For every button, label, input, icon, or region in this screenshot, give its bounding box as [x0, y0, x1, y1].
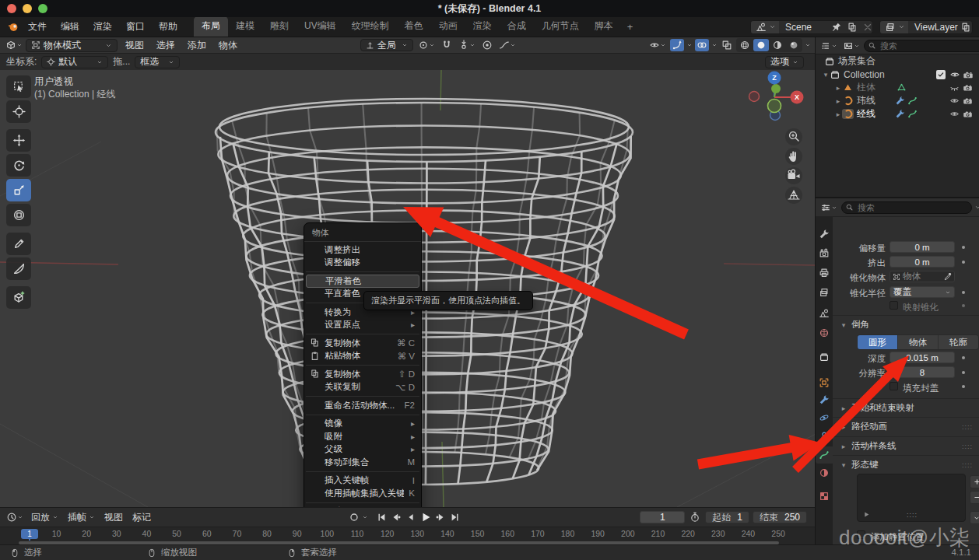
- show-gizmo-toggle[interactable]: [670, 39, 684, 51]
- show-overlays-toggle[interactable]: [695, 39, 709, 51]
- workspace-tab-2[interactable]: 雕刻: [262, 16, 297, 37]
- viewport-menu-1[interactable]: 选择: [150, 37, 181, 54]
- properties-editor-type-button[interactable]: [819, 201, 839, 214]
- scene-selector[interactable]: Scene: [750, 20, 873, 34]
- menu-item[interactable]: 镜像▸: [304, 418, 421, 431]
- remove-shape-key-button[interactable]: [970, 491, 979, 504]
- jump-to-start-button[interactable]: [374, 511, 388, 523]
- current-frame-field[interactable]: 1: [640, 511, 685, 523]
- tool-measure-button[interactable]: [6, 257, 31, 280]
- properties-tab-texture[interactable]: [816, 488, 833, 505]
- workspace-tab-8[interactable]: 合成: [500, 16, 534, 37]
- map-taper-checkbox[interactable]: [890, 301, 898, 310]
- camera-icon[interactable]: [963, 96, 973, 106]
- editor-type-button[interactable]: [4, 39, 24, 51]
- workspace-tab-1[interactable]: 建模: [228, 16, 262, 37]
- frame-start-field[interactable]: 起始 1: [705, 511, 749, 523]
- scene-collection-label[interactable]: 场景集合: [838, 54, 875, 68]
- hide-viewport-icon[interactable]: [949, 69, 960, 80]
- next-keyframe-button[interactable]: [433, 511, 447, 523]
- tool-move-button[interactable]: [6, 129, 31, 152]
- timeline-menu-3[interactable]: 标记: [128, 509, 156, 526]
- timeline-menu-1[interactable]: 插帧: [63, 509, 100, 526]
- menu-item[interactable]: 调整挤出: [304, 243, 421, 257]
- scene-name[interactable]: Scene: [779, 22, 829, 33]
- shading-material-button[interactable]: [770, 39, 785, 51]
- tool-add-cube-button[interactable]: [6, 286, 31, 309]
- outliner-row-scene-collection[interactable]: 场景集合: [816, 54, 979, 68]
- menu-item[interactable]: 粘贴物体⌘ V: [304, 350, 421, 363]
- fill-caps-checkbox[interactable]: [890, 382, 898, 390]
- shape-keys-list-expand[interactable]: [863, 511, 870, 518]
- object-name[interactable]: 柱体: [857, 81, 875, 94]
- taper-radius-dropdown[interactable]: 覆盖: [890, 286, 955, 298]
- add-workspace-button[interactable]: +: [621, 21, 640, 33]
- topbar-menu-4[interactable]: 帮助: [152, 18, 184, 36]
- menu-item[interactable]: 设置原点▸: [304, 319, 421, 332]
- tool-rotate-button[interactable]: [6, 154, 31, 177]
- workspace-tab-3[interactable]: UV编辑: [297, 16, 344, 37]
- proportional-falloff-dropdown[interactable]: [497, 39, 518, 51]
- toggle-perspective-button[interactable]: [785, 187, 802, 204]
- outliner-row-collection[interactable]: ▾ Collection: [816, 68, 979, 81]
- path-animation-panel-header[interactable]: ▸路径动画 ::::: [833, 420, 979, 433]
- pin-icon[interactable]: [829, 22, 844, 33]
- taper-object-field[interactable]: 物体: [890, 271, 955, 282]
- disable-render-icon[interactable]: [963, 69, 974, 80]
- workspace-tab-0[interactable]: 布局: [194, 16, 228, 37]
- blender-logo-icon[interactable]: [6, 20, 21, 33]
- new-scene-icon[interactable]: [844, 22, 860, 33]
- curve-data-icon[interactable]: [907, 109, 918, 119]
- properties-tab-render[interactable]: [816, 245, 833, 262]
- select-mode-dropdown[interactable]: 框选: [135, 56, 180, 68]
- current-frame-badge[interactable]: 1: [21, 529, 38, 539]
- object-name[interactable]: 经线: [857, 107, 875, 121]
- animate-dot[interactable]: [962, 356, 965, 359]
- menu-item[interactable]: 复制物体⌘ C: [304, 337, 421, 350]
- pivot-point-dropdown[interactable]: [416, 39, 437, 51]
- snap-toggle[interactable]: [440, 39, 454, 51]
- camera-icon[interactable]: [963, 109, 973, 119]
- new-view-layer-icon[interactable]: [958, 22, 973, 33]
- workspace-tab-4[interactable]: 纹理绘制: [344, 16, 397, 37]
- shape-keys-panel-header[interactable]: ▾形态键 ::::: [833, 458, 979, 471]
- workspace-tab-7[interactable]: 渲染: [465, 16, 500, 37]
- properties-tab-modifiers[interactable]: [816, 391, 833, 408]
- viewport-menu-2[interactable]: 添加: [181, 37, 212, 54]
- viewport-menu-0[interactable]: 视图: [119, 37, 150, 54]
- properties-tab-scene[interactable]: [816, 305, 833, 322]
- play-reverse-button[interactable]: [404, 511, 417, 523]
- topbar-menu-3[interactable]: 窗口: [119, 18, 152, 36]
- tool-scale-button[interactable]: [6, 179, 31, 201]
- bevel-panel-header[interactable]: ▾倒角: [833, 318, 979, 331]
- modifier-wrench-icon[interactable]: [895, 109, 905, 119]
- coord-system-dropdown[interactable]: 默认: [41, 56, 108, 68]
- properties-tab-output[interactable]: [816, 264, 833, 282]
- active-spline-panel-header[interactable]: ▸活动样条线 ::::: [833, 439, 979, 453]
- animate-dot[interactable]: [962, 371, 965, 374]
- properties-tab-world[interactable]: [816, 324, 833, 341]
- bevel-type-profile[interactable]: 轮廓: [939, 335, 978, 349]
- viewport-menu-3[interactable]: 物体: [212, 37, 244, 54]
- modifier-wrench-icon[interactable]: [895, 96, 905, 106]
- prev-keyframe-button[interactable]: [389, 511, 402, 523]
- use-preview-range-toggle[interactable]: [688, 511, 702, 523]
- animate-dot[interactable]: [962, 304, 965, 307]
- animate-dot[interactable]: [962, 261, 965, 264]
- axis-neg-y-ball[interactable]: [768, 100, 781, 113]
- shading-wireframe-button[interactable]: [737, 39, 753, 51]
- properties-tab-material[interactable]: [816, 464, 833, 481]
- menu-item[interactable]: 重命名活动物体...F2: [304, 399, 421, 412]
- topbar-menu-2[interactable]: 渲染: [86, 18, 119, 36]
- tool-annotate-button[interactable]: [6, 233, 31, 255]
- eye-icon[interactable]: [949, 109, 960, 119]
- frame-end-field[interactable]: 结束 250: [753, 511, 807, 523]
- collection-label[interactable]: Collection: [844, 69, 885, 80]
- animate-dot[interactable]: [962, 291, 965, 294]
- eye-closed-icon[interactable]: [949, 82, 960, 93]
- workspace-tab-5[interactable]: 着色: [397, 16, 431, 37]
- topbar-menu-1[interactable]: 编辑: [54, 18, 86, 36]
- topbar-menu-0[interactable]: 文件: [21, 18, 54, 36]
- camera-view-button[interactable]: [785, 167, 802, 184]
- bevel-depth-field[interactable]: 0.015 m: [890, 352, 955, 363]
